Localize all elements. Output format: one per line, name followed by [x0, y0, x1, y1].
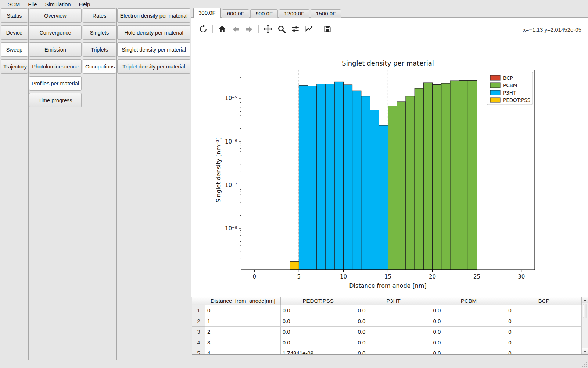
table-cell[interactable]: 0.0 [431, 348, 506, 355]
tab-300-0f[interactable]: 300.0F [193, 8, 221, 18]
table-cell[interactable]: 0 [506, 327, 582, 337]
table-cell[interactable]: 0 [506, 337, 582, 348]
nav-button-triplets[interactable]: Triplets [83, 42, 116, 57]
scroll-down-button[interactable] [582, 348, 588, 354]
tab-900-0f[interactable]: 900.0F [250, 9, 278, 18]
refresh-icon[interactable] [198, 24, 209, 35]
column-header-bcp[interactable]: BCP [506, 297, 582, 305]
legend-swatch-pedot-pss [490, 98, 500, 102]
scrollbar-thumb[interactable] [583, 304, 587, 318]
nav-button-time-progress[interactable]: Time progress [29, 93, 82, 107]
customize-icon[interactable] [303, 24, 314, 35]
save-icon[interactable] [322, 24, 333, 35]
nav-button-electron-density-per-material[interactable]: Electron density per material [117, 8, 190, 23]
menu-item-help[interactable]: Help [75, 1, 94, 8]
singlet-density-chart-canvas[interactable]: 05101520253010⁻⁵10⁻⁶10⁻⁷10⁻⁸Singlet dens… [191, 37, 588, 293]
forward-icon[interactable] [244, 24, 255, 35]
table-cell[interactable]: 0.0 [281, 316, 356, 327]
bar-p3ht [326, 84, 334, 270]
nav-button-triplet-density-per-material[interactable]: Triplet density per material [117, 59, 190, 74]
table-cell[interactable]: 4 [205, 348, 281, 355]
legend-swatch-p3ht [490, 90, 500, 95]
x-tick-label: 0 [253, 273, 257, 280]
bar-pedot-pss [290, 261, 299, 270]
nav-button-sweep[interactable]: Sweep [1, 42, 28, 57]
nav-button-photoluminescence[interactable]: Photoluminescence [29, 59, 82, 74]
bar-p3ht [352, 91, 361, 270]
table-cell[interactable]: 0 [205, 305, 281, 316]
table-cell[interactable]: 0.0 [356, 337, 431, 348]
legend-swatch-pcbm [490, 83, 500, 88]
table-cell[interactable]: 0.0 [356, 327, 431, 337]
nav-button-occupations[interactable]: Occupations [83, 59, 116, 74]
table-corner[interactable] [192, 297, 205, 305]
nav-button-singlet-density-per-material[interactable]: Singlet density per material [117, 42, 190, 57]
resize-grip-icon[interactable] [582, 362, 587, 367]
table-cell[interactable]: 0.0 [281, 327, 356, 337]
table-row: 210.00.00.00 [192, 316, 582, 327]
table-cell[interactable]: 2 [205, 327, 281, 337]
row-number[interactable]: 3 [192, 327, 205, 337]
nav-button-emission[interactable]: Emission [29, 42, 82, 57]
nav-button-convergence[interactable]: Convergence [29, 25, 82, 40]
tab-1200-0f[interactable]: 1200.0F [279, 9, 309, 18]
x-tick-label: 30 [518, 273, 525, 280]
table-cell[interactable]: 0.0 [281, 337, 356, 348]
y-tick-label: 10⁻⁶ [225, 138, 237, 145]
column-header-pcbm[interactable]: PCBM [431, 297, 506, 305]
scroll-up-button[interactable] [582, 297, 588, 303]
tab-1500-0f[interactable]: 1500.0F [311, 9, 341, 18]
subplots-icon[interactable] [290, 24, 301, 35]
table-cell[interactable]: 0.0 [431, 327, 506, 337]
table-cell[interactable]: 1 [205, 316, 281, 327]
column-header-distance-from-anode-nm[interactable]: Distance_from_anode[nm] [205, 297, 281, 305]
table-cell[interactable]: 0.0 [281, 305, 356, 316]
table-cell[interactable]: 0.0 [356, 316, 431, 327]
table-cell[interactable]: 0.0 [431, 316, 506, 327]
table-cell[interactable]: 0 [506, 348, 582, 355]
y-tick-label: 10⁻⁸ [225, 225, 237, 232]
back-icon[interactable] [230, 24, 241, 35]
nav-button-status[interactable]: Status [1, 8, 28, 23]
bar-pcbm [468, 80, 477, 270]
table-cell[interactable]: 0 [506, 305, 582, 316]
legend-label-bcp: BCP [503, 75, 513, 81]
column-header-p3ht[interactable]: P3HT [356, 297, 431, 305]
column-divider [28, 8, 29, 360]
column-header-pedot-pss[interactable]: PEDOT:PSS [281, 297, 356, 305]
legend-label-pedot-pss: PEDOT:PSS [503, 97, 530, 103]
nav-column-sections: OverviewConvergenceEmissionPhotoluminesc… [29, 8, 82, 110]
table-row: 541.74841e-090.00.00 [192, 348, 582, 355]
x-tick-label: 20 [429, 273, 436, 280]
row-number[interactable]: 5 [192, 348, 205, 355]
row-number[interactable]: 1 [192, 305, 205, 316]
home-icon[interactable] [216, 24, 227, 35]
nav-button-hole-density-per-material[interactable]: Hole density per material [117, 25, 190, 40]
zoom-icon[interactable] [276, 24, 287, 35]
row-number[interactable]: 2 [192, 316, 205, 327]
table-scrollbar[interactable] [582, 297, 588, 355]
nav-button-rates[interactable]: Rates [83, 8, 116, 23]
menu-item-file[interactable]: File [24, 1, 41, 8]
table-cell[interactable]: 0.0 [356, 305, 431, 316]
nav-button-device[interactable]: Device [1, 25, 28, 40]
table-cell[interactable]: 3 [205, 337, 281, 348]
table-cell[interactable]: 0.0 [431, 305, 506, 316]
row-number[interactable]: 4 [192, 337, 205, 348]
menu-item-scm[interactable]: SCM [4, 1, 24, 8]
menu-item-simulation[interactable]: Simulation [41, 1, 75, 8]
pan-icon[interactable] [262, 24, 273, 35]
table-cell[interactable]: 0.0 [431, 337, 506, 348]
bar-pcbm [423, 83, 432, 270]
table-cell[interactable]: 0.0 [356, 348, 431, 355]
nav-button-overview[interactable]: Overview [29, 8, 82, 23]
bar-pcbm [397, 102, 406, 270]
nav-button-trajectory[interactable]: Trajectory [1, 59, 28, 74]
table-cell[interactable]: 1.74841e-09 [281, 348, 356, 355]
tab-600-0f[interactable]: 600.0F [222, 9, 250, 18]
table-cell[interactable]: 0 [506, 316, 582, 327]
bar-p3ht [308, 86, 317, 270]
nav-button-singlets[interactable]: Singlets [83, 25, 116, 40]
y-tick-label: 10⁻⁵ [225, 95, 237, 102]
nav-button-profiles-per-material[interactable]: Profiles per material [29, 76, 82, 91]
